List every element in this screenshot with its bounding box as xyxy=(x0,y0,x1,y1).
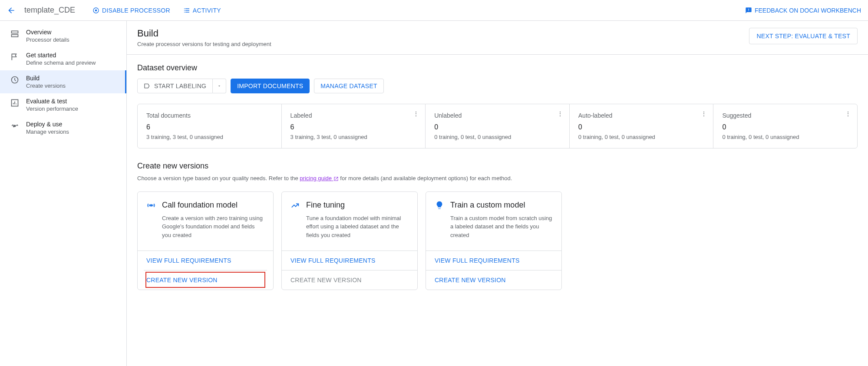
more-vert-icon[interactable]: ⋮ xyxy=(845,110,851,117)
stat-value: 0 xyxy=(578,123,705,131)
stat-suggested: ⋮ Suggested 0 0 training, 0 test, 0 unas… xyxy=(713,104,857,148)
external-link-icon xyxy=(333,176,339,181)
create-new-version-button: CREATE NEW VERSION xyxy=(282,270,417,290)
stat-label: Labeled xyxy=(290,112,417,119)
dataset-actions: START LABELING IMPORT DOCUMENTS MANAGE D… xyxy=(137,79,858,93)
dataset-overview-title: Dataset overview xyxy=(137,63,858,73)
create-versions-description: Choose a version type based on your qual… xyxy=(137,174,858,183)
stat-label: Total documents xyxy=(146,112,273,119)
sidebar-item-sublabel: Create versions xyxy=(26,82,66,89)
feedback-icon xyxy=(745,7,752,14)
sidebar-item-get-started[interactable]: Get started Define schema and preview xyxy=(0,47,126,70)
page-header: Build Create processor versions for test… xyxy=(127,21,868,55)
stat-labeled: ⋮ Labeled 6 3 training, 3 test, 0 unassi… xyxy=(282,104,426,148)
build-icon xyxy=(10,76,19,84)
more-vert-icon[interactable]: ⋮ xyxy=(413,110,419,117)
stat-sub: 0 training, 0 test, 0 unassigned xyxy=(434,134,561,140)
stat-value: 0 xyxy=(434,123,561,131)
stat-label: Suggested xyxy=(722,112,848,119)
import-documents-button[interactable]: IMPORT DOCUMENTS xyxy=(231,79,310,93)
stat-label: Auto-labeled xyxy=(578,112,705,119)
next-step-button[interactable]: NEXT STEP: EVALUATE & TEST xyxy=(749,28,858,44)
chevron-down-icon xyxy=(217,84,221,88)
card-title: Call foundation model xyxy=(162,201,264,210)
svg-rect-0 xyxy=(12,31,18,33)
main-content: Build Create processor versions for test… xyxy=(127,21,868,366)
sidebar-item-sublabel: Define schema and preview xyxy=(26,59,96,66)
stat-sub: 0 training, 0 test, 0 unassigned xyxy=(578,134,705,140)
stat-auto-labeled: ⋮ Auto-labeled 0 0 training, 0 test, 0 u… xyxy=(570,104,714,148)
stat-value: 0 xyxy=(722,123,848,131)
card-foundation-model: Call foundation model Create a version w… xyxy=(137,191,274,290)
card-fine-tuning: Fine tuning Tune a foundation model with… xyxy=(281,191,418,290)
stat-unlabeled: ⋮ Unlabeled 0 0 training, 0 test, 0 unas… xyxy=(426,104,570,148)
topbar: template_CDE DISABLE PROCESSOR ACTIVITY … xyxy=(0,0,868,21)
start-labeling-dropdown[interactable] xyxy=(213,79,226,93)
svg-point-5 xyxy=(150,204,152,206)
overview-icon xyxy=(10,30,19,38)
start-labeling-button[interactable]: START LABELING xyxy=(137,79,213,93)
card-description: Train a custom model from scratch using … xyxy=(450,214,553,240)
stat-sub: 0 training, 0 test, 0 unassigned xyxy=(722,134,848,140)
sidebar-item-sublabel: Manage versions xyxy=(26,129,69,135)
stat-total-documents: Total documents 6 3 training, 3 test, 0 … xyxy=(138,104,282,148)
sidebar-item-label: Deploy & use xyxy=(26,121,69,128)
svg-rect-1 xyxy=(12,35,18,37)
more-vert-icon[interactable]: ⋮ xyxy=(701,110,707,117)
flag-icon xyxy=(10,53,19,61)
svg-point-4 xyxy=(14,125,15,126)
processor-name: template_CDE xyxy=(24,6,75,15)
sidebar-item-overview[interactable]: Overview Processor details xyxy=(0,24,126,47)
sidebar-item-sublabel: Version performance xyxy=(26,106,78,112)
page-title: Build xyxy=(137,28,271,39)
lightbulb-icon xyxy=(435,201,444,210)
version-cards: Call foundation model Create a version w… xyxy=(137,191,858,290)
card-description: Create a version with zero training usin… xyxy=(162,214,264,240)
create-new-version-button[interactable]: CREATE NEW VERSION xyxy=(426,270,561,290)
broadcast-icon xyxy=(146,201,156,210)
activity-button[interactable]: ACTIVITY xyxy=(183,7,221,14)
more-vert-icon[interactable]: ⋮ xyxy=(557,110,563,117)
create-new-version-button[interactable]: CREATE NEW VERSION xyxy=(144,270,267,290)
card-description: Tune a foundation model with minimal eff… xyxy=(306,214,409,240)
deploy-icon xyxy=(10,122,19,130)
list-icon xyxy=(183,7,190,14)
create-versions-title: Create new versions xyxy=(137,162,858,171)
feedback-link[interactable]: FEEDBACK ON DOCAI WORKBENCH xyxy=(745,7,861,14)
chart-icon xyxy=(10,99,19,107)
sidebar-item-deploy[interactable]: Deploy & use Manage versions xyxy=(0,116,126,139)
view-requirements-button[interactable]: VIEW FULL REQUIREMENTS xyxy=(138,251,273,270)
dataset-stats: Total documents 6 3 training, 3 test, 0 … xyxy=(137,104,858,148)
back-arrow-icon[interactable] xyxy=(7,6,16,15)
stat-value: 6 xyxy=(290,123,417,131)
view-requirements-button[interactable]: VIEW FULL REQUIREMENTS xyxy=(282,251,417,270)
label-icon xyxy=(144,82,151,89)
manage-dataset-button[interactable]: MANAGE DATASET xyxy=(314,79,384,93)
card-title: Train a custom model xyxy=(450,201,553,210)
stat-sub: 3 training, 3 test, 0 unassigned xyxy=(146,134,273,140)
sidebar-item-build[interactable]: Build Create versions xyxy=(0,70,126,93)
page-description: Create processor versions for testing an… xyxy=(137,41,271,47)
stat-value: 6 xyxy=(146,123,273,131)
trend-icon xyxy=(290,201,300,210)
sidebar: Overview Processor details Get started D… xyxy=(0,21,127,366)
sidebar-item-label: Get started xyxy=(26,52,96,59)
sidebar-item-label: Build xyxy=(26,75,66,82)
view-requirements-button[interactable]: VIEW FULL REQUIREMENTS xyxy=(426,251,561,270)
disable-processor-button[interactable]: DISABLE PROCESSOR xyxy=(92,7,170,14)
card-custom-model: Train a custom model Train a custom mode… xyxy=(426,191,562,290)
stop-circle-icon xyxy=(92,7,99,14)
sidebar-item-evaluate[interactable]: Evaluate & test Version performance xyxy=(0,93,126,116)
pricing-guide-link[interactable]: pricing guide xyxy=(300,175,338,181)
sidebar-item-label: Evaluate & test xyxy=(26,98,78,105)
sidebar-item-sublabel: Processor details xyxy=(26,36,69,43)
stat-sub: 3 training, 3 test, 0 unassigned xyxy=(290,134,417,140)
stat-label: Unlabeled xyxy=(434,112,561,119)
sidebar-item-label: Overview xyxy=(26,29,69,36)
card-title: Fine tuning xyxy=(306,201,409,210)
